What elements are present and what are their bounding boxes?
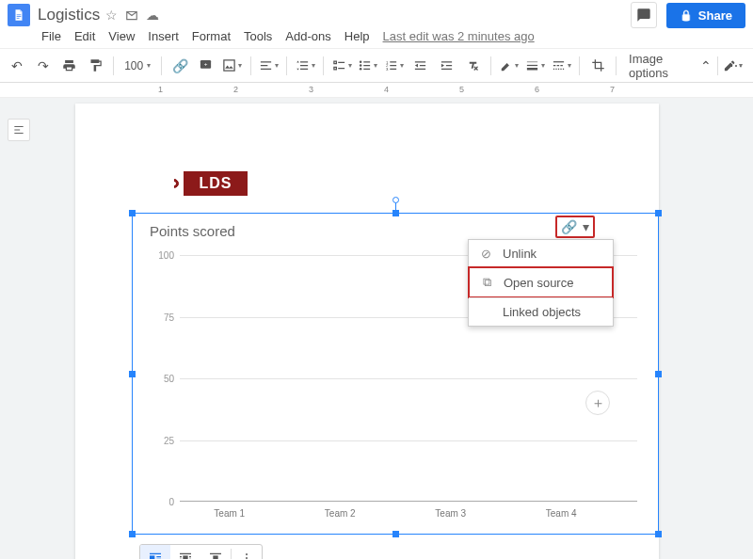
menu-file[interactable]: File — [41, 29, 61, 43]
indent-decrease-icon[interactable] — [409, 55, 432, 77]
svg-point-7 — [360, 64, 362, 67]
insert-comment-icon[interactable]: + — [195, 55, 217, 77]
svg-rect-0 — [17, 14, 22, 15]
svg-rect-2 — [17, 18, 20, 19]
comments-button[interactable] — [631, 2, 657, 28]
border-color-icon[interactable] — [498, 55, 521, 77]
menu-bar: File Edit View Insert Format Tools Add-o… — [0, 26, 753, 49]
svg-point-6 — [360, 61, 362, 64]
share-label: Share — [698, 8, 732, 23]
lds-badge: LDS — [184, 171, 248, 196]
menu-open-source[interactable]: ⧉ Open source — [468, 266, 614, 298]
svg-text:3: 3 — [386, 67, 389, 72]
resize-handle[interactable] — [393, 531, 399, 537]
share-button[interactable]: Share — [666, 3, 745, 28]
expand-up-icon[interactable]: ⌃ — [695, 55, 717, 77]
menu-help[interactable]: Help — [344, 29, 370, 43]
unlink-icon: ⊘ — [478, 247, 493, 261]
outline-toggle-icon[interactable] — [8, 119, 30, 141]
wrap-more-icon[interactable]: ⋮ — [232, 544, 262, 559]
svg-rect-14 — [213, 555, 217, 559]
align-icon[interactable] — [258, 55, 280, 77]
menu-linked-objects[interactable]: Linked objects — [469, 298, 613, 326]
chevron-down-icon[interactable]: ▾ — [583, 219, 589, 234]
linked-chart-menu: ⊘ Unlink ⧉ Open source Linked objects — [468, 239, 614, 327]
checklist-icon[interactable] — [330, 55, 353, 77]
zoom-select[interactable]: 100 — [120, 59, 154, 72]
border-dash-icon[interactable] — [550, 55, 572, 77]
resize-handle[interactable] — [129, 210, 136, 216]
x-tick-label: Team 2 — [285, 508, 395, 519]
svg-rect-5 — [224, 60, 234, 71]
resize-handle[interactable] — [393, 210, 399, 216]
wrap-break-icon[interactable] — [200, 544, 231, 559]
rotate-handle[interactable] — [393, 197, 399, 203]
menu-unlink[interactable]: ⊘ Unlink — [469, 240, 613, 267]
last-edit-link[interactable]: Last edit was 2 minutes ago — [383, 29, 535, 43]
indent-increase-icon[interactable] — [435, 55, 457, 77]
x-tick-label: Team 3 — [395, 508, 505, 519]
document-workspace: LDS Points scored 0255075100 Team 1Team … — [0, 98, 753, 559]
crop-icon[interactable] — [586, 55, 609, 77]
resize-handle[interactable] — [129, 371, 136, 377]
document-page[interactable]: LDS Points scored 0255075100 Team 1Team … — [75, 104, 659, 559]
redo-icon[interactable]: ↷ — [32, 55, 55, 77]
logo-ornament — [168, 177, 181, 190]
star-icon[interactable]: ☆ — [105, 8, 118, 23]
svg-rect-13 — [183, 555, 187, 559]
resize-handle[interactable] — [655, 531, 662, 537]
menu-tools[interactable]: Tools — [244, 29, 272, 43]
ruler[interactable]: 1 2 3 4 5 6 7 — [0, 83, 753, 98]
line-spacing-icon[interactable] — [294, 55, 316, 77]
wrap-inline-icon[interactable] — [140, 544, 170, 559]
insert-image-icon[interactable] — [221, 55, 244, 77]
menu-view[interactable]: View — [108, 29, 135, 43]
image-wrap-toolbar: ⋮ — [139, 544, 263, 559]
y-tick-label: 75 — [164, 312, 174, 322]
link-icon: 🔗 — [561, 219, 577, 234]
svg-point-8 — [360, 68, 362, 71]
cloud-status-icon[interactable]: ☁ — [146, 8, 159, 23]
x-tick-label: Team 4 — [505, 508, 616, 519]
y-tick-label: 100 — [158, 250, 174, 261]
insert-link-icon[interactable]: 🔗 — [168, 55, 191, 77]
clear-format-icon[interactable] — [461, 55, 484, 77]
open-source-icon: ⧉ — [479, 275, 494, 290]
menu-addons[interactable]: Add-ons — [285, 29, 330, 43]
document-title[interactable]: Logistics — [38, 6, 100, 24]
undo-icon[interactable]: ↶ — [6, 55, 28, 77]
svg-rect-1 — [17, 16, 22, 17]
y-tick-label: 50 — [164, 374, 174, 384]
menu-format[interactable]: Format — [192, 29, 231, 43]
print-icon[interactable] — [58, 55, 81, 77]
editing-mode-icon[interactable] — [721, 55, 744, 77]
resize-handle[interactable] — [655, 371, 662, 377]
svg-text:+: + — [204, 60, 208, 67]
border-weight-icon[interactable] — [524, 55, 547, 77]
svg-rect-12 — [150, 555, 154, 559]
menu-insert[interactable]: Insert — [148, 29, 179, 43]
numbered-list-icon[interactable]: 123 — [383, 55, 406, 77]
move-icon[interactable] — [125, 8, 138, 22]
add-comment-bubble[interactable]: ＋ — [585, 391, 610, 415]
resize-handle[interactable] — [129, 531, 136, 537]
x-tick-label: Team 1 — [174, 508, 284, 519]
paint-format-icon[interactable] — [84, 55, 106, 77]
docs-logo[interactable] — [8, 4, 30, 26]
toolbar: ↶ ↷ 100 🔗 + 123 Image options ⋯ ⌃ — [0, 49, 753, 83]
linked-chart-chip[interactable]: 🔗 ▾ — [555, 216, 595, 238]
resize-handle[interactable] — [655, 210, 662, 216]
menu-edit[interactable]: Edit — [74, 29, 95, 43]
y-tick-label: 0 — [168, 497, 174, 507]
bulleted-list-icon[interactable] — [357, 55, 379, 77]
y-tick-label: 25 — [164, 435, 174, 445]
wrap-text-icon[interactable] — [170, 544, 200, 559]
